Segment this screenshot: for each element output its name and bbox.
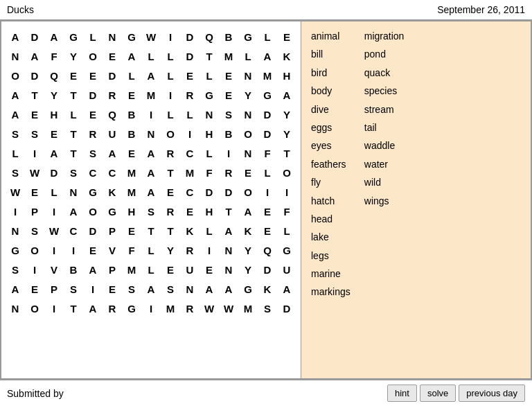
grid-cell: T (141, 221, 161, 240)
word-item: legs (311, 248, 351, 263)
grid-cell: D (277, 299, 296, 318)
grid-cell: Q (103, 105, 122, 124)
grid-cell: I (200, 240, 219, 260)
word-item: lake (311, 229, 351, 245)
grid-cell: D (180, 46, 200, 66)
grid-cell: I (83, 279, 103, 299)
word-item: bird (311, 65, 351, 80)
puzzle-date: September 26, 2011 (437, 4, 525, 15)
grid-cell: T (64, 299, 83, 318)
grid-cell: F (200, 163, 219, 182)
grid-cell: N (238, 66, 258, 85)
grid-cell: E (200, 260, 219, 279)
grid-cell: A (141, 163, 161, 182)
grid-cell: I (141, 105, 161, 124)
grid-cell: L (200, 221, 219, 240)
grid-cell: S (6, 260, 25, 279)
grid-cell: G (6, 240, 25, 260)
grid-cell: E (25, 279, 44, 299)
grid-cell: S (6, 124, 25, 143)
grid-cell: I (180, 124, 200, 143)
grid-cell: G (122, 299, 141, 318)
grid-cell: D (83, 85, 103, 105)
grid-cell: E (103, 279, 122, 299)
grid-cell: I (25, 143, 44, 163)
grid-cell: E (44, 124, 64, 143)
grid-cell: W (219, 299, 238, 318)
grid-cell: M (238, 299, 258, 318)
grid-cell: Y (277, 105, 296, 124)
grid-cell: U (277, 260, 296, 279)
grid-cell: A (122, 46, 141, 66)
grid-cell: A (258, 46, 277, 66)
grid-cell: M (161, 299, 180, 318)
grid-cell: A (277, 85, 296, 105)
grid-cell: I (44, 299, 64, 318)
grid-cell: D (258, 124, 277, 143)
grid-cell: E (161, 260, 180, 279)
grid-cell: D (83, 221, 103, 240)
grid-cell: H (44, 105, 64, 124)
grid-cell: T (277, 143, 296, 163)
word-item: water (364, 157, 405, 172)
grid-cell: E (122, 143, 141, 163)
word-item: stream (364, 102, 405, 117)
grid-cell: S (219, 105, 238, 124)
grid-cell: O (6, 66, 25, 85)
grid-cell: A (141, 279, 161, 299)
grid-cell: O (83, 46, 103, 66)
grid-cell: S (25, 221, 44, 240)
hint-button[interactable]: hint (387, 385, 417, 402)
grid-cell: Y (44, 85, 64, 105)
grid-cell: V (44, 260, 64, 279)
grid-cell: D (258, 260, 277, 279)
grid-cell: E (25, 105, 44, 124)
grid-cell: K (277, 46, 296, 66)
grid-cell: A (6, 105, 25, 124)
grid-cell: A (6, 279, 25, 299)
grid-cell: I (161, 85, 180, 105)
grid-cell: R (161, 143, 180, 163)
grid-cell: T (219, 202, 238, 221)
grid-cell: C (180, 182, 200, 202)
grid-cell: N (6, 221, 25, 240)
grid-cell: M (122, 182, 141, 202)
grid-cell: L (161, 46, 180, 66)
grid-cell: W (25, 163, 44, 182)
grid-cell: F (122, 240, 141, 260)
grid-cell: A (219, 279, 238, 299)
grid-cell: T (64, 85, 83, 105)
grid-cell: L (258, 163, 277, 182)
grid-table: ADAGLNGWIDQBGLENAFYOEALLDTMLAKODQEEDLALE… (6, 27, 296, 318)
grid-cell: L (44, 182, 64, 202)
grid-cell: S (25, 124, 44, 143)
grid-cell: A (200, 279, 219, 299)
grid-cell: N (6, 46, 25, 66)
solve-button[interactable]: solve (420, 385, 456, 402)
word-item: wings (364, 193, 405, 209)
grid-cell: L (238, 46, 258, 66)
word-item: species (364, 83, 405, 98)
word-item: quack (364, 65, 405, 80)
grid-cell: A (6, 27, 25, 46)
footer-buttons: hint solve previous day (387, 385, 525, 402)
grid-cell: A (44, 143, 64, 163)
previous-day-button[interactable]: previous day (459, 385, 525, 402)
submitted-by-label: Submitted by (7, 388, 64, 399)
grid-cell: E (161, 182, 180, 202)
grid-cell: P (103, 221, 122, 240)
grid-cell: C (103, 163, 122, 182)
puzzle-title: Ducks (7, 4, 34, 15)
grid-cell: G (64, 27, 83, 46)
grid-cell: F (44, 46, 64, 66)
grid-cell: L (277, 221, 296, 240)
grid-cell: E (258, 221, 277, 240)
grid-cell: W (6, 182, 25, 202)
grid-cell: L (141, 240, 161, 260)
grid-cell: A (83, 260, 103, 279)
word-item: tail (364, 120, 405, 135)
grid-cell: I (6, 202, 25, 221)
grid-cell: E (122, 85, 141, 105)
grid-cell: H (200, 202, 219, 221)
grid-cell: H (122, 202, 141, 221)
